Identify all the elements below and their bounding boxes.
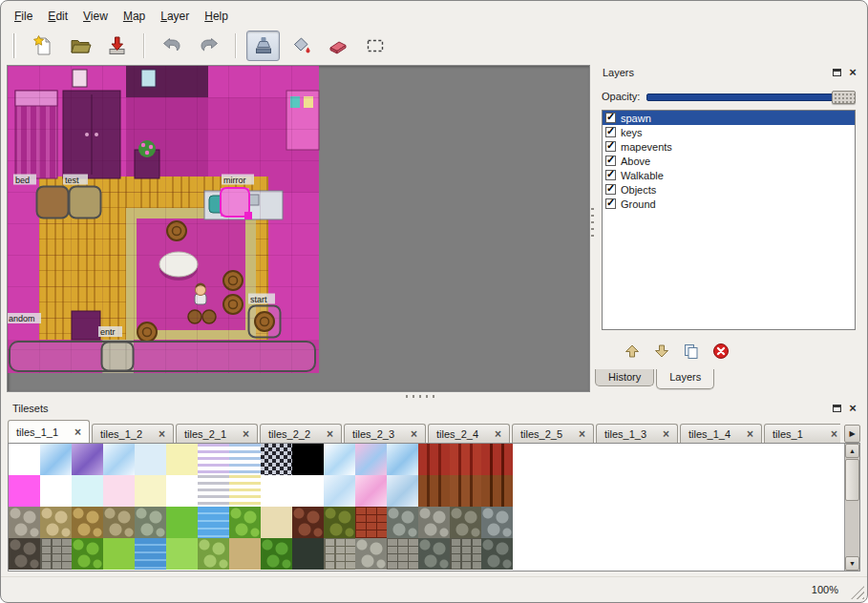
tileset-tile[interactable] bbox=[229, 507, 261, 538]
tileset-tile[interactable] bbox=[292, 538, 324, 570]
layer-visibility-checkbox[interactable] bbox=[605, 184, 616, 195]
tileset-tile[interactable] bbox=[292, 507, 324, 538]
menu-layer[interactable]: Layer bbox=[153, 6, 197, 27]
close-tab-icon[interactable] bbox=[327, 429, 333, 439]
tileset-tile[interactable] bbox=[261, 444, 292, 475]
tileset-tile[interactable] bbox=[166, 538, 198, 570]
opacity-slider-handle[interactable] bbox=[832, 91, 856, 104]
tileset-tile[interactable] bbox=[387, 475, 418, 507]
new-map-button[interactable] bbox=[26, 31, 59, 61]
tileset-tab-tiles_2_2[interactable]: tiles_2_2 bbox=[260, 424, 342, 443]
tileset-tab-tiles_1_3[interactable]: tiles_1_3 bbox=[596, 424, 678, 443]
tileset-tile[interactable] bbox=[135, 444, 166, 475]
tileset-tile[interactable] bbox=[261, 507, 292, 538]
tileset-tile[interactable] bbox=[387, 444, 418, 475]
tab-scroll-right-button[interactable] bbox=[844, 425, 860, 443]
tileset-tile[interactable] bbox=[40, 538, 72, 570]
layer-visibility-checkbox[interactable] bbox=[605, 156, 616, 166]
tileset-tab-tiles_1-partial[interactable]: tiles_1 bbox=[764, 424, 840, 443]
tileset-tile[interactable] bbox=[135, 475, 166, 507]
stamp-brush-button[interactable] bbox=[246, 31, 280, 61]
tileset-tile[interactable] bbox=[450, 538, 481, 570]
tileset-tile[interactable] bbox=[355, 475, 387, 507]
tileset-tile[interactable] bbox=[166, 475, 198, 507]
tileset-tile[interactable] bbox=[292, 444, 324, 475]
close-tab-icon[interactable] bbox=[663, 429, 669, 439]
layer-visibility-checkbox[interactable] bbox=[605, 198, 616, 209]
menu-map[interactable]: Map bbox=[116, 6, 153, 27]
close-tab-icon[interactable] bbox=[747, 429, 753, 439]
menu-edit[interactable]: Edit bbox=[40, 6, 75, 27]
tileset-tile[interactable] bbox=[481, 444, 513, 475]
open-map-button[interactable] bbox=[63, 31, 96, 61]
lower-layer-button[interactable] bbox=[650, 340, 673, 363]
tileset-tile[interactable] bbox=[324, 475, 355, 507]
layer-visibility-checkbox[interactable] bbox=[605, 113, 616, 123]
menu-view[interactable]: View bbox=[75, 6, 116, 27]
rect-select-button[interactable] bbox=[358, 31, 392, 61]
tileset-tile[interactable] bbox=[229, 475, 261, 507]
tileset-tab-tiles_2_4[interactable]: tiles_2_4 bbox=[428, 424, 510, 443]
tileset-tab-tiles_1_2[interactable]: tiles_1_2 bbox=[92, 424, 174, 443]
tileset-tile[interactable] bbox=[324, 507, 355, 538]
layers-close-button[interactable] bbox=[846, 66, 859, 78]
layer-visibility-checkbox[interactable] bbox=[605, 141, 616, 152]
tileset-tile[interactable] bbox=[40, 444, 72, 475]
tileset-tile[interactable] bbox=[40, 475, 72, 507]
selection-handle[interactable] bbox=[244, 212, 252, 219]
map-canvas[interactable]: bed test mirror s bbox=[8, 66, 320, 375]
tileset-tile[interactable] bbox=[9, 444, 40, 475]
toolbar-drag-handle[interactable] bbox=[12, 33, 16, 58]
tileset-tile[interactable] bbox=[229, 444, 261, 475]
tileset-tile[interactable] bbox=[418, 444, 450, 475]
layer-row-walkable[interactable]: Walkable bbox=[603, 168, 855, 182]
layer-visibility-checkbox[interactable] bbox=[605, 127, 616, 137]
tileset-tile[interactable] bbox=[9, 475, 40, 507]
tileset-tile[interactable] bbox=[450, 444, 481, 475]
tileset-tile[interactable] bbox=[261, 475, 292, 507]
layer-row-above[interactable]: Above bbox=[603, 154, 855, 168]
close-tab-icon[interactable] bbox=[831, 429, 837, 439]
undo-button[interactable] bbox=[155, 31, 188, 61]
scroll-up-button[interactable] bbox=[845, 444, 859, 458]
tileset-tile[interactable] bbox=[103, 538, 135, 570]
resize-grip[interactable] bbox=[851, 586, 864, 599]
tileset-tile[interactable] bbox=[387, 507, 418, 538]
tileset-tab-tiles_1_4[interactable]: tiles_1_4 bbox=[680, 424, 762, 443]
tileset-tile[interactable] bbox=[450, 507, 481, 538]
tileset-tile[interactable] bbox=[166, 444, 198, 475]
map-view[interactable]: bed test mirror s bbox=[7, 65, 590, 392]
scrollbar-thumb[interactable] bbox=[845, 459, 859, 501]
close-tab-icon[interactable] bbox=[411, 429, 417, 439]
tileset-tile[interactable] bbox=[481, 475, 513, 507]
tileset-tile[interactable] bbox=[324, 538, 355, 570]
layers-float-button[interactable] bbox=[830, 66, 843, 78]
tileset-tile[interactable] bbox=[9, 507, 40, 538]
tileset-tile[interactable] bbox=[261, 538, 292, 570]
scroll-down-button[interactable] bbox=[845, 556, 859, 571]
tileset-tile[interactable] bbox=[9, 538, 40, 570]
tileset-tile[interactable] bbox=[355, 507, 387, 538]
layer-visibility-checkbox[interactable] bbox=[605, 170, 616, 180]
tileset-tile[interactable] bbox=[198, 538, 229, 570]
tileset-tab-tiles_2_3[interactable]: tiles_2_3 bbox=[344, 424, 426, 443]
layer-row-ground[interactable]: Ground bbox=[603, 197, 855, 211]
horizontal-splitter[interactable] bbox=[5, 393, 863, 400]
tileset-tile[interactable] bbox=[72, 507, 103, 538]
map-object-mirror[interactable]: mirror bbox=[221, 175, 254, 220]
tileset-tab-tiles_1_1[interactable]: tiles_1_1 bbox=[8, 420, 90, 443]
tab-history[interactable]: History bbox=[595, 369, 654, 386]
tileset-tile[interactable] bbox=[418, 538, 450, 570]
close-tab-icon[interactable] bbox=[74, 427, 81, 437]
tileset-tile[interactable] bbox=[135, 538, 166, 570]
tileset-tile[interactable] bbox=[40, 507, 72, 538]
delete-layer-button[interactable] bbox=[709, 340, 732, 363]
menu-help[interactable]: Help bbox=[197, 6, 236, 27]
tileset-tile[interactable] bbox=[72, 538, 103, 570]
tileset-tile[interactable] bbox=[387, 538, 418, 570]
tileset-tile[interactable] bbox=[103, 475, 135, 507]
duplicate-layer-button[interactable] bbox=[680, 340, 703, 363]
eraser-button[interactable] bbox=[321, 31, 354, 61]
tileset-tile[interactable] bbox=[418, 507, 450, 538]
layer-row-keys[interactable]: keys bbox=[603, 125, 855, 139]
